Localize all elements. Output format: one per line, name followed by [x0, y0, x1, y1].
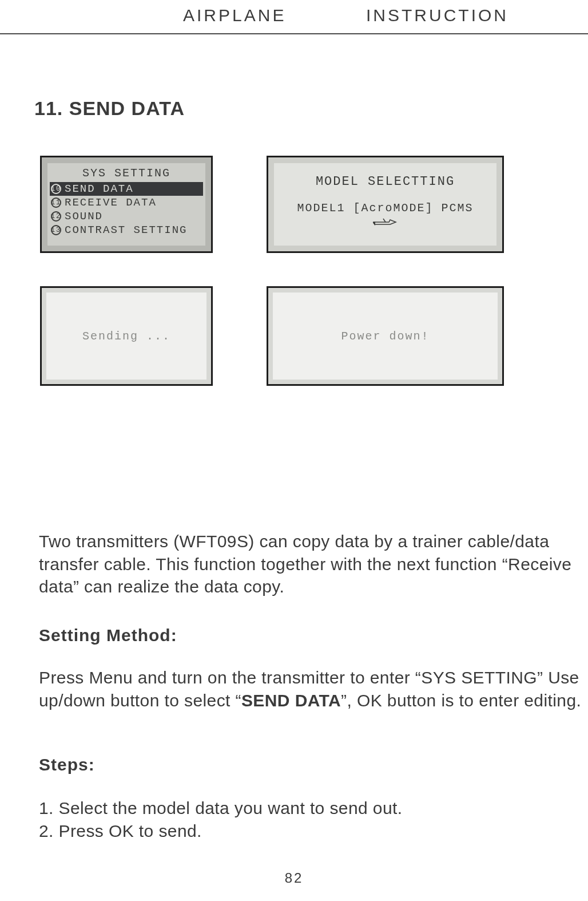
intro-paragraph: Two transmitters (WFT09S) can copy data … [39, 530, 588, 598]
lcd3-text: Sending ... [50, 296, 203, 376]
header-right: INSTRUCTION [366, 6, 508, 25]
airplane-icon [276, 217, 494, 230]
lcd2-line1: MODEL SELECTTING [276, 175, 494, 189]
lcd1-row-send-data: 10 SEND DATA [50, 182, 203, 196]
lcd1-title: SYS SETTING [50, 167, 203, 180]
row-label: SOUND [65, 210, 103, 223]
row-badge: 11 [51, 197, 61, 208]
row-label: SEND DATA [65, 183, 134, 195]
step-2: 2. Press OK to send. [39, 820, 588, 843]
row-badge: 13 [51, 225, 61, 235]
lcd4-text: Power down! [276, 296, 494, 376]
lcd-power-down: Power down! [267, 286, 504, 386]
method-post: ”, OK button is to enter editing. [341, 691, 581, 710]
page-number: 82 [0, 870, 588, 886]
setting-method-text: Press Menu and turn on the transmitter t… [39, 666, 588, 712]
lcd1-row-receive-data: 11 RECEIVE DATA [50, 196, 203, 210]
method-bold: SEND DATA [241, 691, 341, 710]
row-badge: 12 [51, 211, 61, 222]
step-1: 1. Select the model data you want to sen… [39, 797, 588, 820]
lcd1-row-sound: 12 SOUND [50, 210, 203, 223]
lcd-model-select: MODEL SELECTTING MODEL1 [AcroMODE] PCMS [267, 156, 504, 253]
lcd2-line2: MODEL1 [AcroMODE] PCMS [276, 201, 494, 215]
section-title: 11. SEND DATA [34, 97, 185, 120]
lcd1-row-contrast: 13 CONTRAST SETTING [50, 223, 203, 237]
row-label: RECEIVE DATA [65, 196, 157, 209]
header-rule [0, 33, 588, 34]
steps-list: 1. Select the model data you want to sen… [39, 797, 588, 842]
header-left: AIRPLANE [183, 6, 286, 25]
row-badge: 10 [51, 184, 61, 194]
steps-heading: Steps: [39, 753, 588, 776]
setting-method-heading: Setting Method: [39, 624, 588, 647]
row-label: CONTRAST SETTING [65, 224, 187, 236]
lcd-sys-setting: SYS SETTING 10 SEND DATA 11 RECEIVE DATA… [40, 156, 213, 253]
lcd-sending: Sending ... [40, 286, 213, 386]
